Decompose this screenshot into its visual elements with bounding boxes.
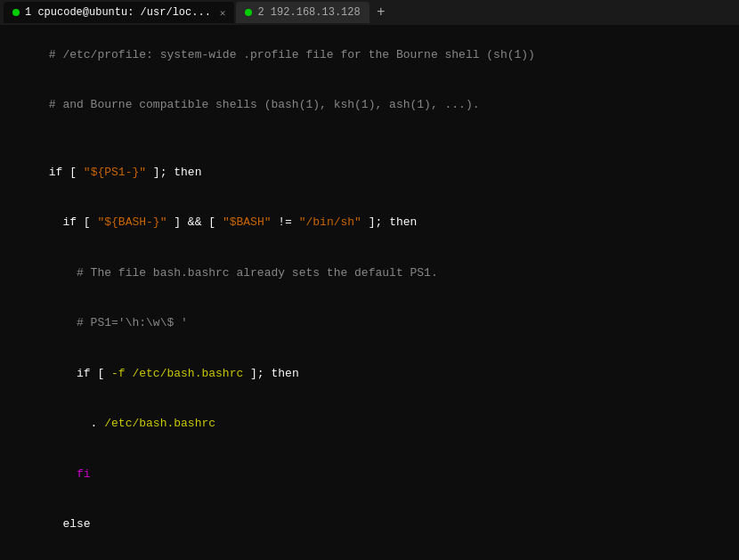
terminal-window: 1 cpucode@ubuntu: /usr/loc... ✕ 2 192.16…: [0, 0, 739, 560]
code-line-5: if [ "${BASH-}" ] && [ "$BASH" != "/bin/…: [7, 198, 732, 248]
code-line-2: # and Bourne compatible shells (bash(1),…: [7, 81, 732, 132]
code-line-1: # /etc/profile: system-wide .profile fil…: [7, 30, 732, 81]
code-line-4: if [ "${PS1-}" ]; then: [7, 148, 732, 199]
code-line-3: [7, 131, 732, 148]
code-line-10: fi: [7, 450, 732, 500]
code-line-12: if [ "`id -u`" -eq 0 ]; then: [7, 550, 732, 560]
code-line-8: if [ -f /etc/bash.bashrc ]; then: [7, 349, 732, 400]
tab-2-label: 2 192.168.13.128: [257, 6, 360, 19]
code-line-9: . /etc/bash.bashrc: [7, 400, 732, 450]
code-line-6: # The file bash.bashrc already sets the …: [7, 248, 732, 299]
tab-1-label: 1 cpucode@ubuntu: /usr/loc...: [25, 6, 211, 19]
tab-2[interactable]: 2 192.168.13.128: [236, 2, 369, 23]
code-line-11: else: [7, 500, 732, 551]
terminal-content[interactable]: # /etc/profile: system-wide .profile fil…: [0, 25, 739, 560]
tab-bar: 1 cpucode@ubuntu: /usr/loc... ✕ 2 192.16…: [0, 0, 739, 25]
tab-1-dot: [12, 9, 20, 16]
tab-1[interactable]: 1 cpucode@ubuntu: /usr/loc... ✕: [4, 2, 234, 23]
code-line-7: # PS1='\h:\w\$ ': [7, 299, 732, 350]
new-tab-button[interactable]: +: [371, 3, 391, 22]
tab-2-dot: [245, 9, 252, 16]
tab-1-close[interactable]: ✕: [220, 7, 226, 19]
